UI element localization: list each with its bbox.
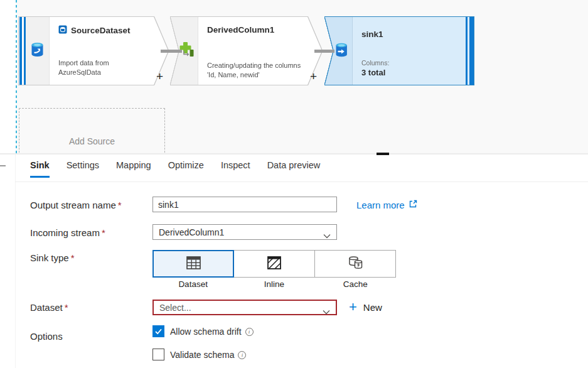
incoming-stream-select[interactable]: DerivedColumn1	[152, 224, 337, 240]
tab-settings[interactable]: Settings	[67, 160, 99, 178]
node-title: sink1	[361, 30, 461, 39]
sink-type-inline-tile[interactable]	[233, 250, 315, 278]
info-icon[interactable]: i	[245, 328, 254, 336]
tabs-divider	[15, 181, 588, 182]
sink-type-choice-group	[152, 250, 396, 278]
source-port-bars	[19, 17, 26, 85]
database-export-icon	[29, 41, 46, 61]
sink-type-cache-tile[interactable]	[314, 250, 396, 278]
add-next-transform-button[interactable]: +	[310, 70, 317, 82]
external-link-icon	[409, 200, 417, 210]
cache-database-icon	[348, 256, 363, 273]
tab-optimize[interactable]: Optimize	[168, 160, 204, 178]
node-title: SourceDataset	[58, 25, 151, 36]
learn-more-link[interactable]: Learn more	[356, 200, 417, 210]
tab-inspect[interactable]: Inspect	[221, 160, 250, 178]
plus-icon: +	[349, 301, 357, 313]
allow-schema-drift-row: Allow schema drifti	[152, 325, 254, 337]
dataflow-editor: SourceDataset Import data from AzureSqlD…	[0, 0, 588, 368]
sink-config-panel: Sink Settings Mapping Optimize Inspect D…	[0, 153, 588, 368]
chevron-down-icon	[323, 230, 331, 241]
tab-sink[interactable]: Sink	[30, 160, 50, 178]
edge-derived-to-sink	[314, 50, 334, 53]
sink-type-label: Sink type*	[30, 252, 75, 263]
sink-type-labels: Dataset Inline Cache	[152, 279, 396, 289]
panel-left-border	[15, 154, 16, 368]
tab-mapping[interactable]: Mapping	[116, 160, 151, 178]
sink-type-dataset-tile[interactable]	[152, 250, 234, 278]
edge-source-to-derived	[161, 50, 182, 53]
options-label: Options	[30, 331, 63, 342]
panel-divider	[0, 153, 588, 154]
tab-data-preview[interactable]: Data preview	[267, 160, 321, 178]
dataset-select[interactable]: Select...	[152, 300, 337, 315]
info-icon[interactable]: i	[238, 351, 246, 359]
chevron-down-icon	[323, 306, 330, 317]
node-description: Import data from AzureSqlData	[58, 58, 151, 77]
database-sink-icon	[333, 41, 350, 61]
output-stream-name-input[interactable]	[152, 197, 337, 212]
node-description: Creating/updating the columns 'Id, Name,…	[207, 61, 306, 80]
source-icon-section	[26, 17, 50, 85]
add-next-transform-button[interactable]: +	[156, 70, 163, 82]
hatched-square-icon	[267, 256, 281, 272]
node-sink-selected[interactable]: sink1 Columns: 3 total	[325, 17, 474, 85]
dataset-label: Dataset*	[30, 302, 68, 313]
node-source-dataset[interactable]: SourceDataset Import data from AzureSqlD…	[19, 17, 168, 85]
node-derived-column[interactable]: DerivedColumn1 Creating/updating the col…	[171, 17, 322, 85]
sink-port-bar	[469, 17, 474, 85]
node-title: DerivedColumn1	[207, 25, 306, 35]
canvas-boundary-dashed-line	[16, 0, 17, 153]
add-source-label: Add Source	[69, 136, 115, 146]
dataflow-canvas[interactable]: SourceDataset Import data from AzureSqlD…	[0, 0, 588, 153]
validate-schema-checkbox[interactable]	[152, 349, 164, 360]
scroll-artifact	[0, 165, 6, 166]
table-grid-icon	[186, 256, 201, 272]
sink-columns-summary: Columns: 3 total	[361, 59, 461, 77]
sql-dataset-icon	[58, 25, 67, 36]
config-tabs: Sink Settings Mapping Optimize Inspect D…	[30, 160, 320, 178]
new-dataset-button[interactable]: + New	[349, 301, 382, 313]
validate-schema-row: Validate schemai	[152, 349, 246, 360]
canvas-margin	[0, 0, 16, 153]
output-stream-name-label: Output stream name*	[30, 200, 122, 210]
sink-port-bar	[466, 17, 468, 85]
add-source-dropzone[interactable]: Add Source	[19, 108, 165, 156]
incoming-stream-label: Incoming stream*	[30, 227, 105, 238]
panel-resize-handle[interactable]	[377, 153, 389, 155]
allow-schema-drift-checkbox[interactable]	[152, 325, 164, 337]
